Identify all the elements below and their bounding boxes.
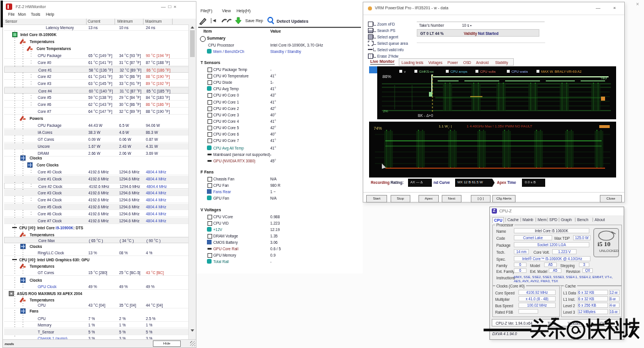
svg-text:2%: 2% <box>383 109 388 113</box>
svg-text:MAX W. BRALY-VR-69 A2: MAX W. BRALY-VR-69 A2 <box>541 70 582 73</box>
svg-text:CPU volts: CPU volts <box>480 70 496 73</box>
svg-text:GHKS-xx: GHKS-xx <box>419 70 434 73</box>
svg-text:1 4.40GHz Max ! 1.35V PWM NO F: 1 4.40GHz Max ! 1.35V PWM NO FAULT <box>467 124 532 128</box>
svg-text:86%: 86% <box>382 74 391 79</box>
svg-text:CPU watts: CPU watts <box>511 70 528 73</box>
svg-text:¾G: ¾G <box>600 76 607 80</box>
svg-text:i5 10: i5 10 <box>598 240 611 247</box>
svg-text:UNLOCKED: UNLOCKED <box>599 249 618 253</box>
svg-text:BK - Δ+0: BK - Δ+0 <box>418 113 434 118</box>
svg-text:1.1 W¸: |: 1.1 W¸: | <box>439 125 452 129</box>
svg-text:74%: 74% <box>374 126 382 130</box>
svg-text:CPU amps: CPU amps <box>450 70 467 73</box>
svg-text:v: v <box>404 70 406 73</box>
